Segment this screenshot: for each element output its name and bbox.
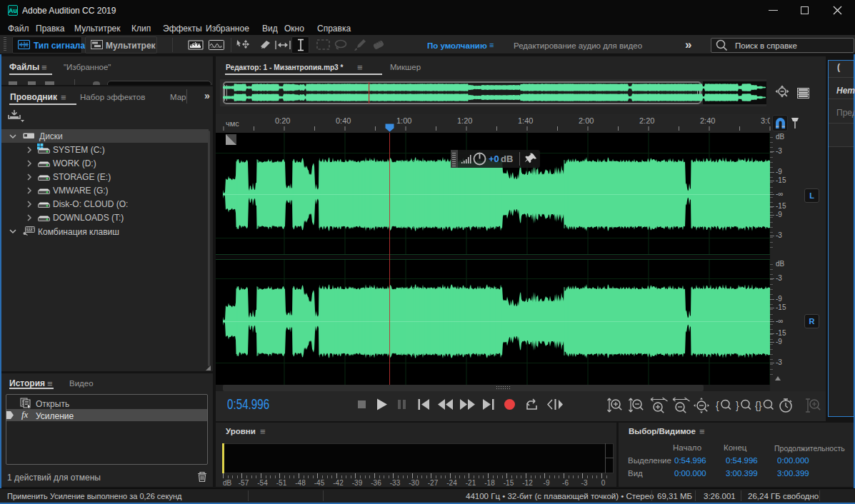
svg-text:{}: {}: [755, 400, 762, 411]
svg-text:{: {: [716, 400, 719, 411]
svg-text:}: }: [736, 400, 739, 411]
